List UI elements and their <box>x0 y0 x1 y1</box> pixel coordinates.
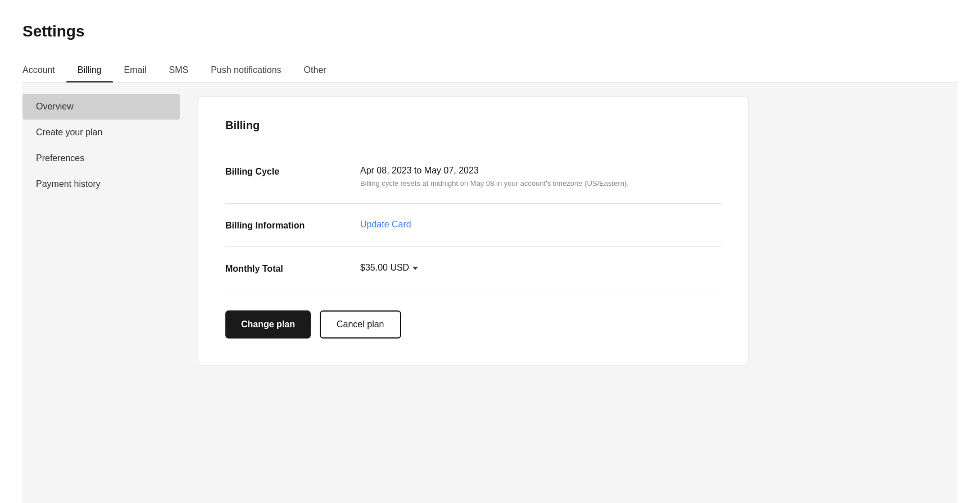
monthly-total-row: Monthly Total $35.00 USD <box>225 247 721 290</box>
button-row: Change plan Cancel plan <box>225 310 721 339</box>
billing-information-label: Billing Information <box>225 220 360 231</box>
page-title: Settings <box>22 22 958 40</box>
tab-account[interactable]: Account <box>22 58 66 82</box>
sidebar-item-preferences[interactable]: Preferences <box>22 145 180 171</box>
billing-card-title: Billing <box>225 119 721 132</box>
billing-cycle-row: Billing Cycle Apr 08, 2023 to May 07, 20… <box>225 150 721 204</box>
sidebar-item-create-your-plan[interactable]: Create your plan <box>22 120 180 145</box>
tab-billing[interactable]: Billing <box>66 58 113 82</box>
chevron-down-icon <box>412 267 418 270</box>
billing-information-value: Update Card <box>360 220 721 230</box>
tab-push-notifications[interactable]: Push notifications <box>199 58 292 82</box>
body-layout: Overview Create your plan Preferences Pa… <box>22 83 958 503</box>
tab-email[interactable]: Email <box>113 58 158 82</box>
sidebar-item-overview[interactable]: Overview <box>22 94 180 120</box>
monthly-total-dropdown[interactable]: $35.00 USD <box>360 263 721 273</box>
page-wrapper: Settings Account Billing Email SMS Push … <box>0 0 980 503</box>
billing-cycle-value: Apr 08, 2023 to May 07, 2023 Billing cyc… <box>360 166 721 188</box>
billing-information-row: Billing Information Update Card <box>225 204 721 247</box>
tab-other[interactable]: Other <box>293 58 338 82</box>
main-content: Billing Billing Cycle Apr 08, 2023 to Ma… <box>180 83 958 503</box>
top-nav: Account Billing Email SMS Push notificat… <box>22 58 958 83</box>
billing-cycle-subtext: Billing cycle resets at midnight on May … <box>360 179 721 188</box>
tab-sms[interactable]: SMS <box>158 58 200 82</box>
update-card-link[interactable]: Update Card <box>360 220 411 229</box>
monthly-total-value-container: $35.00 USD <box>360 263 721 273</box>
monthly-total-amount: $35.00 USD <box>360 263 409 273</box>
monthly-total-label: Monthly Total <box>225 263 360 274</box>
cancel-plan-button[interactable]: Cancel plan <box>320 310 401 339</box>
billing-card: Billing Billing Cycle Apr 08, 2023 to Ma… <box>198 96 748 366</box>
change-plan-button[interactable]: Change plan <box>225 310 311 339</box>
billing-cycle-date-range: Apr 08, 2023 to May 07, 2023 <box>360 166 721 176</box>
sidebar: Overview Create your plan Preferences Pa… <box>22 83 180 503</box>
sidebar-item-payment-history[interactable]: Payment history <box>22 171 180 197</box>
billing-cycle-label: Billing Cycle <box>225 166 360 177</box>
